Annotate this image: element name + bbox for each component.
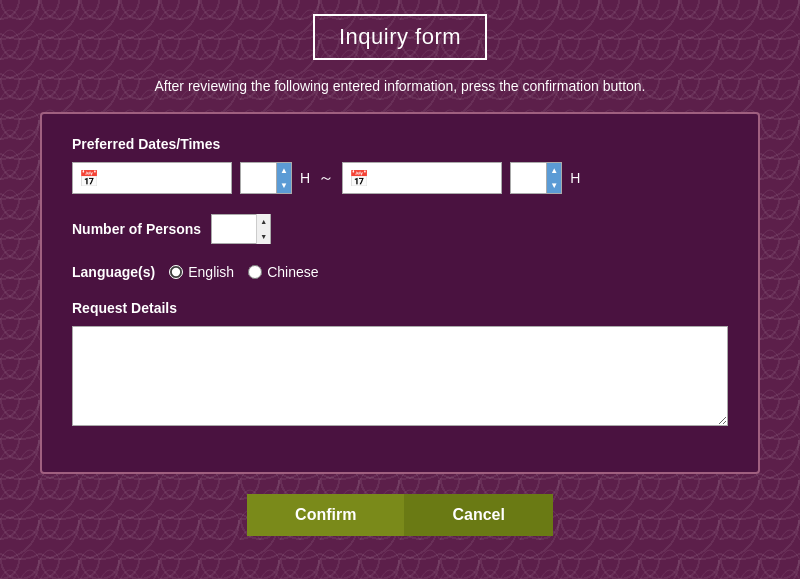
end-date-input-wrapper[interactable]: 📅	[342, 162, 502, 194]
cancel-button[interactable]: Cancel	[404, 494, 552, 536]
persons-row: Number of Persons ▲ ▼	[72, 214, 728, 244]
date-time-row: 📅 0 ▲ ▼ H ～ 📅 0 ▲	[72, 162, 728, 194]
end-calendar-icon: 📅	[349, 169, 369, 188]
language-chinese-radio[interactable]	[248, 265, 262, 279]
confirm-button[interactable]: Confirm	[247, 494, 404, 536]
language-row: Language(s) English Chinese	[72, 264, 728, 280]
button-row: Confirm Cancel	[247, 494, 553, 536]
form-container: Preferred Dates/Times 📅 0 ▲ ▼ H ～ 📅	[40, 112, 760, 474]
start-time-input[interactable]: 0	[240, 162, 276, 194]
language-label: Language(s)	[72, 264, 155, 280]
request-label: Request Details	[72, 300, 728, 316]
language-english-radio[interactable]	[169, 265, 183, 279]
start-time-spinner-buttons: ▲ ▼	[276, 162, 292, 194]
persons-group: Number of Persons ▲ ▼	[72, 214, 728, 244]
end-hour-label: H	[570, 170, 580, 186]
start-time-spinner: 0 ▲ ▼	[240, 162, 292, 194]
request-group: Request Details	[72, 300, 728, 430]
start-date-input-wrapper[interactable]: 📅	[72, 162, 232, 194]
persons-down-button[interactable]: ▼	[257, 229, 270, 244]
language-english-option[interactable]: English	[169, 264, 234, 280]
language-english-text: English	[188, 264, 234, 280]
end-date-field[interactable]	[373, 171, 453, 186]
persons-label: Number of Persons	[72, 221, 201, 237]
request-textarea[interactable]	[72, 326, 728, 426]
tilde-separator: ～	[318, 168, 334, 189]
start-time-down-button[interactable]: ▼	[277, 178, 291, 193]
start-hour-label: H	[300, 170, 310, 186]
end-time-up-button[interactable]: ▲	[547, 163, 561, 178]
subtitle-text: After reviewing the following entered in…	[154, 78, 645, 94]
persons-arrows: ▲ ▼	[256, 214, 270, 244]
title-box: Inquiry form	[313, 14, 487, 60]
language-group: Language(s) English Chinese	[72, 264, 728, 280]
language-chinese-text: Chinese	[267, 264, 318, 280]
end-time-spinner: 0 ▲ ▼	[510, 162, 562, 194]
preferred-dates-label: Preferred Dates/Times	[72, 136, 728, 152]
persons-up-button[interactable]: ▲	[257, 214, 270, 229]
preferred-dates-group: Preferred Dates/Times 📅 0 ▲ ▼ H ～ 📅	[72, 136, 728, 194]
end-time-input[interactable]: 0	[510, 162, 546, 194]
start-calendar-icon: 📅	[79, 169, 99, 188]
persons-input[interactable]	[212, 214, 256, 244]
start-date-field[interactable]	[103, 171, 183, 186]
language-chinese-option[interactable]: Chinese	[248, 264, 318, 280]
start-time-up-button[interactable]: ▲	[277, 163, 291, 178]
end-time-spinner-buttons: ▲ ▼	[546, 162, 562, 194]
persons-spinner: ▲ ▼	[211, 214, 271, 244]
page-title: Inquiry form	[339, 24, 461, 49]
end-time-down-button[interactable]: ▼	[547, 178, 561, 193]
